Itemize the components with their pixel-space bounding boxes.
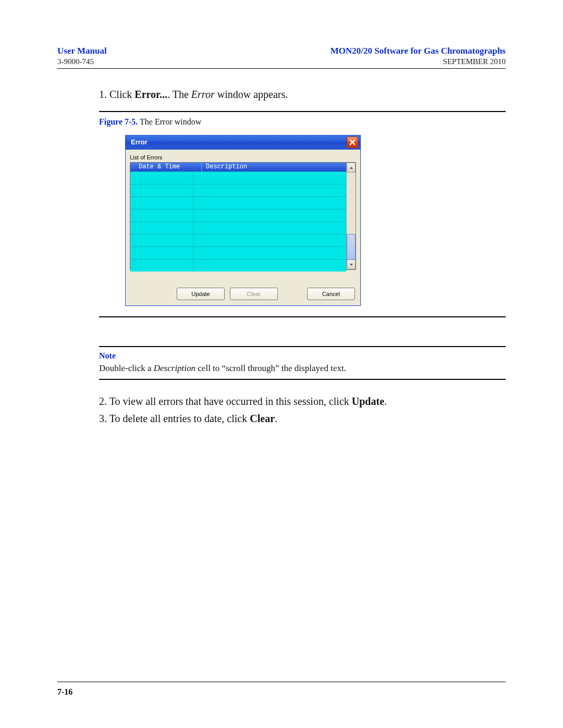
- note-italic: Description: [154, 363, 195, 373]
- step-text: window appears.: [215, 89, 288, 100]
- step-text: Click: [109, 89, 134, 100]
- figure-caption: Figure 7-5. The Error window: [99, 116, 506, 128]
- scroll-track[interactable]: [347, 172, 356, 260]
- step-number: 3.: [99, 413, 107, 424]
- figure-rule-top: [99, 111, 506, 112]
- step-number: 1.: [99, 89, 107, 100]
- header-rule: [57, 68, 506, 69]
- step-text: .: [275, 413, 277, 424]
- figure-number: Figure 7-5.: [99, 117, 138, 126]
- window-titlebar[interactable]: Error: [126, 135, 360, 150]
- header-left-title: User Manual: [57, 46, 107, 56]
- table-row[interactable]: [130, 197, 346, 209]
- instruction-step-1: 1. Click Error.... The Error window appe…: [99, 88, 506, 102]
- table-row[interactable]: [130, 260, 346, 272]
- note-label: Note: [99, 350, 506, 362]
- table-row[interactable]: [130, 184, 346, 197]
- step-text: . The: [167, 89, 191, 100]
- table-row[interactable]: [130, 235, 346, 247]
- note-part: cell to “scroll through” the displayed t…: [195, 363, 346, 373]
- grid-body[interactable]: [130, 172, 346, 272]
- table-row[interactable]: [130, 247, 346, 260]
- chevron-down-icon: [349, 263, 353, 267]
- cancel-button[interactable]: Cancel: [307, 288, 355, 300]
- step-italic: Error: [191, 89, 215, 100]
- instruction-step-3: 3. To delete all entries to date, click …: [99, 412, 506, 426]
- column-header-description[interactable]: Description: [202, 163, 346, 171]
- update-button[interactable]: Update: [177, 288, 225, 300]
- header-doc-number: 3-9000-745: [57, 57, 94, 66]
- vertical-scrollbar[interactable]: [346, 163, 356, 269]
- page-footer: 7-16: [57, 682, 506, 697]
- step-text: To delete all entries to date, click: [109, 413, 250, 424]
- step-bold: Clear: [250, 413, 275, 424]
- scroll-up-button[interactable]: [347, 163, 356, 172]
- note-rule-top: [99, 346, 506, 347]
- table-row[interactable]: [130, 209, 346, 222]
- column-header-datetime[interactable]: Date & Time: [130, 163, 202, 171]
- figure-title: The Error window: [138, 117, 201, 126]
- header-date: SEPTEMBER 2010: [443, 57, 506, 66]
- grid-header-row: Date & Time Description: [130, 163, 346, 171]
- page-number: 7-16: [57, 687, 72, 696]
- close-icon: [349, 139, 356, 145]
- error-window: Error List of Errors Date & Time Descrip…: [125, 135, 361, 306]
- note-rule-bottom: [99, 379, 506, 380]
- table-row[interactable]: [130, 172, 346, 184]
- scroll-down-button[interactable]: [347, 260, 356, 269]
- step-bold: Error...: [134, 89, 167, 100]
- list-of-errors-label: List of Errors: [130, 154, 356, 162]
- figure-rule-bottom: [99, 316, 506, 317]
- clear-button[interactable]: Clear: [230, 288, 278, 300]
- note-text: Double-click a Description cell to “scro…: [99, 363, 506, 375]
- note-part: Double-click a: [99, 363, 154, 373]
- error-grid[interactable]: Date & Time Description: [130, 162, 356, 270]
- step-number: 2.: [99, 396, 107, 407]
- close-button[interactable]: [347, 137, 358, 148]
- header-right-title: MON20/20 Software for Gas Chromatographs: [331, 46, 506, 56]
- instruction-step-2: 2. To view all errors that have occurred…: [99, 394, 506, 409]
- window-title: Error: [131, 138, 148, 147]
- table-row[interactable]: [130, 222, 346, 235]
- scroll-thumb[interactable]: [347, 234, 356, 260]
- step-text: .: [384, 396, 387, 407]
- step-text: To view all errors that have occurred in…: [109, 396, 352, 407]
- step-bold: Update: [352, 396, 384, 407]
- chevron-up-icon: [349, 166, 353, 170]
